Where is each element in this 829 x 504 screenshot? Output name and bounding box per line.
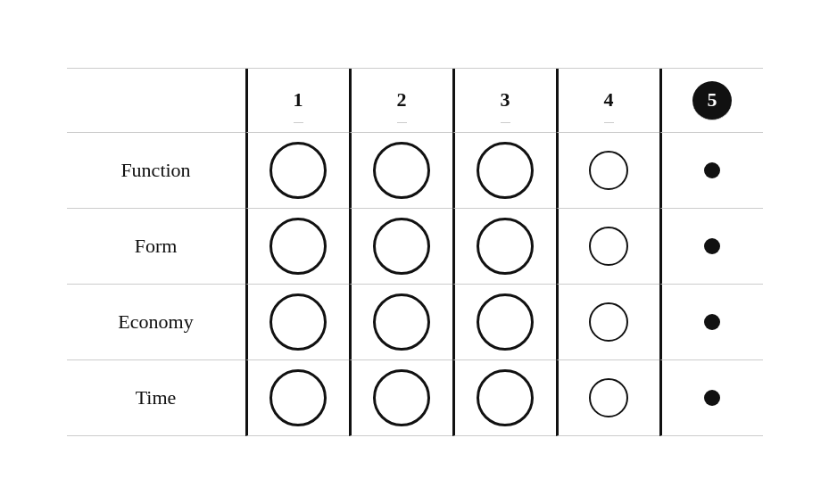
row-label-form: Form <box>67 209 245 285</box>
col-1-label: 1 <box>294 78 303 123</box>
table-grid: 1 2 3 4 5 Function Form <box>67 68 763 436</box>
economy-col1[interactable] <box>245 285 349 360</box>
col-5-label: 5 <box>692 81 732 120</box>
dot-filled <box>704 314 720 330</box>
circle-large <box>477 369 534 426</box>
circle-medium <box>589 151 628 190</box>
circle-medium <box>589 378 628 417</box>
col-4-label: 4 <box>604 78 614 123</box>
time-col5[interactable] <box>659 360 763 436</box>
economy-col2[interactable] <box>349 285 452 360</box>
time-col4[interactable] <box>556 360 659 436</box>
dot-filled <box>704 238 720 254</box>
header-col-2: 2 <box>349 69 452 133</box>
circle-large <box>373 142 430 199</box>
form-col1[interactable] <box>245 209 349 285</box>
economy-col4[interactable] <box>556 285 659 360</box>
header-col-4: 4 <box>556 69 659 133</box>
circle-large <box>477 293 534 351</box>
form-col4[interactable] <box>556 209 659 285</box>
circle-large <box>477 218 534 275</box>
row-label-time: Time <box>67 360 245 436</box>
circle-large <box>373 369 430 426</box>
header-col-3: 3 <box>452 69 556 133</box>
form-col5[interactable] <box>659 209 763 285</box>
function-col1[interactable] <box>245 133 349 209</box>
circle-large <box>269 369 327 426</box>
circle-large <box>269 218 327 275</box>
circle-large <box>269 142 327 199</box>
economy-col3[interactable] <box>452 285 556 360</box>
function-col2[interactable] <box>349 133 452 209</box>
circle-large <box>373 293 430 351</box>
function-col5[interactable] <box>659 133 763 209</box>
function-col3[interactable] <box>452 133 556 209</box>
time-col2[interactable] <box>349 360 452 436</box>
rating-table: 1 2 3 4 5 Function Form <box>67 68 763 436</box>
dot-filled <box>704 390 720 406</box>
dot-filled <box>704 162 720 178</box>
circle-large <box>373 218 430 275</box>
col-2-label: 2 <box>397 78 407 123</box>
row-label-economy: Economy <box>67 285 245 360</box>
function-col4[interactable] <box>556 133 659 209</box>
header-empty <box>67 69 245 133</box>
row-label-function: Function <box>67 133 245 209</box>
form-col3[interactable] <box>452 209 556 285</box>
form-col2[interactable] <box>349 209 452 285</box>
circle-large <box>477 142 534 199</box>
circle-large <box>269 293 327 351</box>
circle-medium <box>589 227 628 266</box>
header-col-1: 1 <box>245 69 349 133</box>
time-col1[interactable] <box>245 360 349 436</box>
header-col-5: 5 <box>659 69 763 133</box>
circle-medium <box>589 302 628 342</box>
col-3-label: 3 <box>501 78 510 123</box>
time-col3[interactable] <box>452 360 556 436</box>
economy-col5[interactable] <box>659 285 763 360</box>
